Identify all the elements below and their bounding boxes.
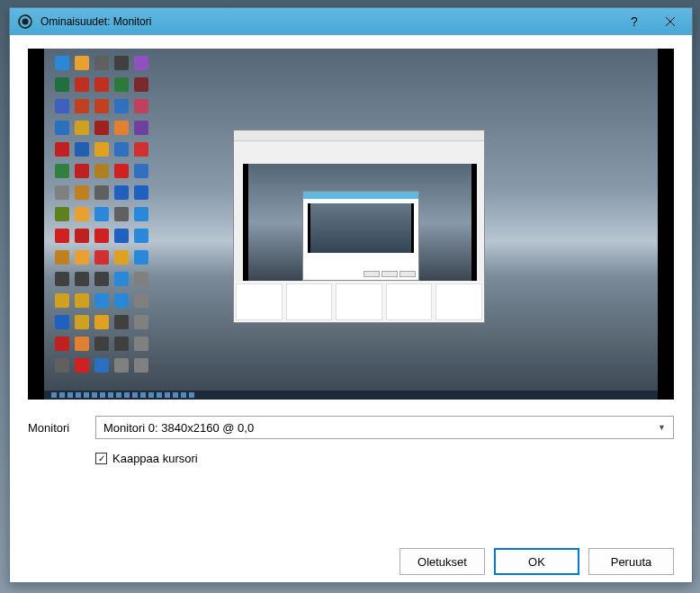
desktop-icon	[134, 185, 148, 200]
monitor-row: Monitori Monitori 0: 3840x2160 @ 0,0 ▼	[28, 416, 674, 439]
desktop-icon	[114, 272, 129, 286]
desktop-icon	[75, 315, 89, 329]
desktop-icon	[114, 56, 129, 70]
desktop-icon	[114, 99, 129, 113]
desktop-icon	[114, 250, 129, 265]
desktop-icon	[114, 293, 129, 308]
ok-button[interactable]: OK	[494, 548, 579, 575]
nested-dialog-buttons	[363, 271, 416, 277]
desktop-icon	[75, 121, 89, 135]
desktop-icon	[55, 293, 69, 308]
desktop-icon	[134, 250, 148, 265]
capture-cursor-label[interactable]: Kaappaa kursori	[112, 452, 198, 465]
nested-btn	[363, 271, 380, 277]
desktop-icon	[75, 207, 89, 221]
monitor-select-value: Monitori 0: 3840x2160 @ 0,0	[103, 421, 254, 435]
desktop-icon	[55, 207, 69, 221]
desktop-icon	[114, 315, 129, 329]
nested-btn	[381, 271, 398, 277]
desktop-icon	[134, 164, 148, 178]
desktop-icon	[75, 185, 89, 200]
button-row: Oletukset OK Peruuta	[28, 537, 674, 575]
desktop-icon	[94, 56, 109, 70]
desktop-icon	[134, 229, 148, 243]
help-button[interactable]: ?	[616, 9, 652, 34]
desktop-icon	[94, 185, 109, 200]
chevron-down-icon: ▼	[658, 423, 666, 432]
preview-taskbar	[44, 391, 658, 400]
desktop-icon	[75, 142, 89, 157]
app-icon	[17, 13, 33, 30]
desktop-icon	[55, 121, 69, 135]
capture-cursor-checkbox[interactable]: ✓	[95, 453, 107, 464]
desktop-icons-grid	[55, 56, 148, 373]
preview-desktop	[44, 49, 658, 400]
nested-preview	[243, 164, 477, 281]
desktop-icon	[114, 164, 129, 178]
desktop-icon	[55, 315, 69, 329]
desktop-icon	[55, 250, 69, 265]
capture-cursor-row: ✓ Kaappaa kursori	[95, 452, 674, 465]
desktop-icon	[94, 315, 109, 329]
desktop-icon	[134, 358, 148, 373]
nested-dialog	[302, 191, 419, 281]
desktop-icon	[94, 250, 109, 265]
desktop-icon	[75, 77, 89, 92]
cancel-button[interactable]: Peruuta	[588, 548, 674, 575]
desktop-icon	[134, 99, 148, 113]
dialog-content: Monitori Monitori 0: 3840x2160 @ 0,0 ▼ ✓…	[10, 35, 692, 582]
desktop-icon	[94, 164, 109, 178]
desktop-icon	[134, 293, 148, 308]
desktop-icon	[94, 358, 109, 373]
desktop-icon	[114, 207, 129, 221]
desktop-icon	[94, 337, 109, 351]
nested-panel	[386, 283, 433, 320]
nested-panel	[336, 283, 382, 320]
desktop-icon	[134, 142, 148, 157]
nested-panel	[435, 283, 482, 320]
desktop-icon	[75, 229, 89, 243]
desktop-icon	[114, 185, 129, 200]
desktop-icon	[55, 337, 69, 351]
desktop-icon	[55, 272, 69, 286]
desktop-icon	[114, 142, 129, 157]
monitor-select[interactable]: Monitori 0: 3840x2160 @ 0,0 ▼	[95, 416, 674, 439]
desktop-icon	[55, 358, 69, 373]
spacer	[28, 465, 674, 537]
desktop-icon	[75, 99, 89, 113]
close-button[interactable]	[652, 9, 688, 34]
nested-dialog-preview-inner	[310, 203, 411, 253]
nested-window-titlebar	[234, 130, 484, 141]
nested-window-panels	[234, 282, 484, 322]
desktop-icon	[94, 293, 109, 308]
nested-panel	[236, 283, 283, 320]
nested-window	[233, 130, 485, 323]
nested-preview-desktop	[248, 164, 471, 281]
capture-preview	[28, 49, 674, 400]
desktop-icon	[134, 121, 148, 135]
desktop-icon	[75, 56, 89, 70]
desktop-icon	[75, 164, 89, 178]
monitor-label: Monitori	[28, 421, 95, 435]
desktop-icon	[134, 77, 148, 92]
titlebar[interactable]: Ominaisuudet: Monitori ?	[10, 8, 692, 35]
desktop-icon	[114, 358, 129, 373]
desktop-icon	[75, 250, 89, 265]
desktop-icon	[55, 77, 69, 92]
desktop-icon	[114, 337, 129, 351]
desktop-icon	[94, 272, 109, 286]
defaults-button[interactable]: Oletukset	[399, 548, 485, 575]
nested-dialog-preview	[308, 203, 414, 253]
desktop-icon	[94, 207, 109, 221]
desktop-icon	[134, 272, 148, 286]
desktop-icon	[55, 164, 69, 178]
desktop-icon	[75, 272, 89, 286]
nested-dialog-body	[303, 199, 418, 280]
desktop-icon	[94, 99, 109, 113]
desktop-icon	[134, 337, 148, 351]
desktop-icon	[55, 229, 69, 243]
desktop-icon	[94, 229, 109, 243]
desktop-icon	[134, 56, 148, 70]
desktop-icon	[75, 337, 89, 351]
desktop-icon	[55, 185, 69, 200]
